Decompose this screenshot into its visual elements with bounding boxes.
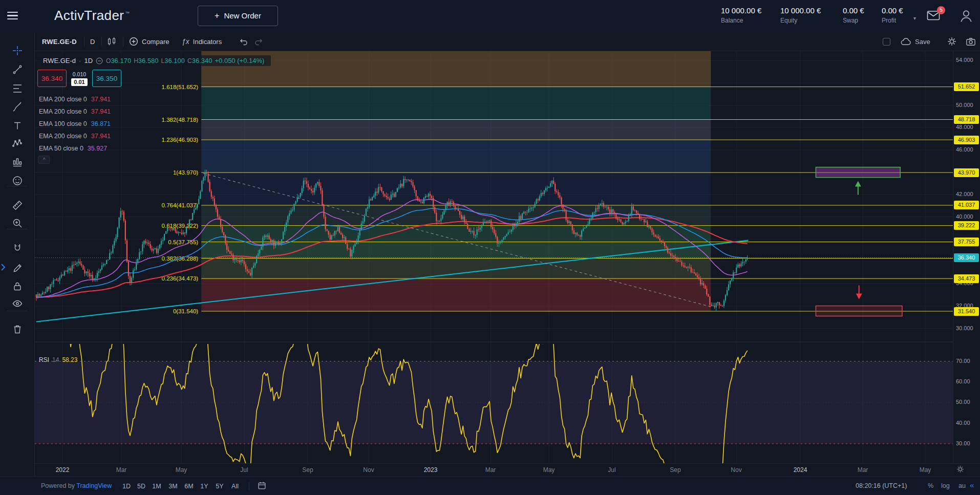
indicator-legend-row[interactable]: EMA 200 close 037.941 xyxy=(39,93,111,105)
indicators-legend: EMA 200 close 037.941EMA 200 close 037.9… xyxy=(39,93,111,155)
app-logo: ActivTrader™ xyxy=(54,8,130,24)
fib-price-tag: 48.718 xyxy=(954,115,979,124)
price-label: 46.000 xyxy=(956,146,973,153)
indicator-label: EMA 200 close 0 xyxy=(39,96,87,103)
chart-toolbar: RWE.GE-D D Compare ƒx Indicators Save xyxy=(35,32,980,51)
svg-text:0.236(34.473): 0.236(34.473) xyxy=(162,275,199,282)
go-to-date-icon[interactable] xyxy=(258,481,266,490)
indicator-legend-row[interactable]: EMA 100 close 036.871 xyxy=(39,118,111,130)
new-order-button[interactable]: +New Order xyxy=(198,6,278,26)
ruler-icon[interactable] xyxy=(10,198,25,212)
chart-canvas[interactable]: 1.618(51.652)1.382(48.718)1.236(46.903)1… xyxy=(35,51,953,463)
chart-legend[interactable]: RWE.GE-d · 1D O36.170H36.580L36.100C36.3… xyxy=(39,55,271,66)
price-axis[interactable]: 54.00050.00048.00046.00042.00040.00034.0… xyxy=(953,51,980,463)
time-label: May xyxy=(913,466,938,474)
range-1m-button[interactable]: 1M xyxy=(150,481,164,492)
forecast-icon[interactable] xyxy=(10,155,25,169)
trend-line-icon[interactable] xyxy=(10,62,25,77)
redo-button[interactable] xyxy=(254,32,264,51)
text-icon[interactable] xyxy=(10,119,25,133)
range-5y-button[interactable]: 5Y xyxy=(212,481,227,492)
auto-scale-button[interactable]: au xyxy=(958,482,969,489)
indicator-label: EMA 50 close 0 xyxy=(39,145,83,152)
indicator-legend-row[interactable]: EMA 200 close 037.941 xyxy=(39,130,111,142)
range-all-button[interactable]: All xyxy=(228,481,242,492)
range-3m-button[interactable]: 3M xyxy=(166,481,180,492)
log-scale-button[interactable]: log xyxy=(941,482,950,489)
time-label: 2024 xyxy=(788,466,813,474)
menu-icon[interactable] xyxy=(7,10,20,22)
rsi-scale-label: 40.00 xyxy=(956,420,970,426)
notification-badge: 5 xyxy=(937,6,945,14)
plus-circle-icon xyxy=(129,37,138,46)
stat-label: Balance xyxy=(721,17,761,24)
range-1d-button[interactable]: 1D xyxy=(119,481,134,492)
rsi-legend[interactable]: RSI 14 58.23 xyxy=(39,356,77,363)
price-label: 50.000 xyxy=(956,102,973,108)
draw-icon[interactable] xyxy=(10,260,25,274)
clock[interactable]: 08:20:16 (UTC+1) xyxy=(856,482,907,489)
time-label: Mar xyxy=(850,466,875,474)
fib-price-tag: 39.222 xyxy=(954,221,979,230)
symbol-button[interactable]: RWE.GE-D xyxy=(42,32,77,51)
profit-caret-icon[interactable]: ▾ xyxy=(913,15,916,21)
zoom-icon[interactable] xyxy=(10,216,25,230)
stat-value: 0.00 € xyxy=(843,6,864,15)
range-5d-button[interactable]: 5D xyxy=(134,481,148,492)
collapse-panel-icon[interactable]: « xyxy=(970,481,974,489)
price-label: 30.000 xyxy=(956,325,973,331)
collapse-indicator-icon[interactable] xyxy=(96,57,103,64)
percent-scale-button[interactable]: % xyxy=(928,482,933,489)
brush-icon[interactable] xyxy=(10,100,25,114)
magnet-icon[interactable] xyxy=(10,241,25,255)
buy-button[interactable]: 36.350 xyxy=(92,70,121,87)
sell-button[interactable]: 36.340 xyxy=(37,70,67,87)
notifications-icon[interactable]: 5 xyxy=(927,10,942,23)
indicator-legend-row[interactable]: EMA 200 close 037.941 xyxy=(39,105,111,118)
divider xyxy=(123,37,123,47)
screenshot-camera-icon[interactable] xyxy=(966,32,976,51)
legend-symbol[interactable]: RWE.GE-d xyxy=(43,57,76,64)
time-axis[interactable]: 2022MarMayJulSepNov2023MarMayJulSepNov20… xyxy=(35,463,980,476)
user-avatar[interactable] xyxy=(958,8,974,24)
bottom-bar: Powered by TradingView 1D5D1M3M6M1Y5YAll… xyxy=(0,476,980,495)
autosave-checkbox[interactable] xyxy=(883,38,890,46)
xabcd-pattern-icon[interactable] xyxy=(10,136,25,150)
time-label: 2023 xyxy=(418,466,443,474)
time-label: Mar xyxy=(478,466,503,474)
compare-button[interactable]: Compare xyxy=(129,32,169,51)
legend-interval[interactable]: 1D xyxy=(84,57,93,64)
settings-gear-icon[interactable] xyxy=(947,32,956,51)
divider xyxy=(249,482,249,490)
account-stat-equity: 10 000.00 €Equity xyxy=(780,6,821,24)
range-6m-button[interactable]: 6M xyxy=(182,481,196,492)
time-label: Sep xyxy=(295,466,320,474)
chart-style-button[interactable] xyxy=(106,32,117,51)
indicators-button[interactable]: ƒx Indicators xyxy=(182,32,222,51)
crosshair-icon[interactable] xyxy=(10,44,25,58)
tradingview-link[interactable]: TradingView xyxy=(76,482,112,489)
fx-icon: ƒx xyxy=(182,37,189,46)
save-button[interactable]: Save xyxy=(901,32,930,51)
panel-expand-icon[interactable] xyxy=(0,262,7,274)
legend-collapse-button[interactable]: ^ xyxy=(38,156,50,164)
price-chart[interactable]: 1.618(51.652)1.382(48.718)1.236(46.903)1… xyxy=(35,51,953,463)
stat-label: Swap xyxy=(843,17,864,24)
rsi-scale-label: 30.00 xyxy=(956,440,970,446)
indicator-legend-row[interactable]: EMA 50 close 035.927 xyxy=(39,142,111,155)
svg-text:1.236(46.903): 1.236(46.903) xyxy=(162,137,199,143)
trash-icon[interactable] xyxy=(10,322,25,336)
fib-price-tag: 34.473 xyxy=(954,274,979,283)
range-1y-button[interactable]: 1Y xyxy=(197,481,211,492)
eye-icon[interactable] xyxy=(10,296,25,311)
fib-price-tag: 51.652 xyxy=(954,82,979,91)
current-price-tag: 36.340 xyxy=(954,253,979,262)
rsi-value: 58.23 xyxy=(62,356,77,363)
interval-button[interactable]: D xyxy=(90,32,95,51)
fib-retracement-icon[interactable] xyxy=(10,81,25,96)
timezone-gear-icon[interactable] xyxy=(956,465,964,473)
account-stat-swap: 0.00 €Swap xyxy=(843,6,864,24)
undo-button[interactable] xyxy=(239,32,248,51)
price-label: 48.000 xyxy=(956,124,973,130)
lock-icon[interactable] xyxy=(10,279,25,293)
